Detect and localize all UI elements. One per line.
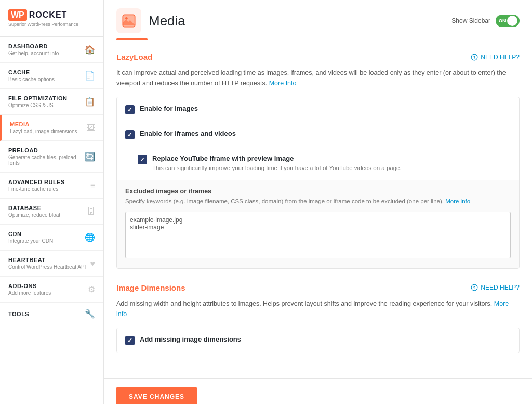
option-add-dimensions: ✓ Add missing image dimensions — [117, 328, 519, 353]
save-bar: SAVE CHANGES — [104, 378, 532, 405]
image-dimensions-header: Image Dimensions ? NEED HELP? — [116, 283, 520, 292]
nav-icon-preload: 🔄 — [85, 152, 95, 162]
excluded-title: Excluded images or iframes — [125, 188, 511, 195]
nav-label-media: MEDIA — [10, 121, 87, 127]
nav-desc-cache: Basic cache options — [8, 76, 85, 82]
sidebar-toggle[interactable]: ON — [496, 15, 520, 27]
nav-icon-add-ons: ⚙ — [88, 284, 95, 294]
lazyload-section-title: LazyLoad — [116, 53, 152, 61]
sidebar-item-file-optimization[interactable]: FILE OPTIMIZATION Optimize CSS & JS 📋 — [0, 89, 103, 115]
nav-desc-advanced-rules: Fine-tune cache rules — [8, 186, 90, 192]
image-dimensions-title: Image Dimensions — [116, 283, 185, 292]
checkbox-add-dimensions[interactable]: ✓ — [125, 336, 135, 345]
main-content: Media Show Sidebar ON LazyLoad — [104, 0, 532, 404]
sidebar-item-preload[interactable]: PRELOAD Generate cache files, preload fo… — [0, 141, 103, 173]
toggle-on-label: ON — [499, 18, 506, 23]
image-dimensions-need-help-label: NEED HELP? — [481, 284, 520, 291]
nav-desc-cdn: Integrate your CDN — [8, 238, 85, 244]
nav-label-add-ons: ADD-ONS — [8, 283, 88, 289]
checkmark: ✓ — [127, 106, 132, 113]
svg-text:?: ? — [473, 55, 476, 59]
nav-icon-heartbeat: ♥ — [90, 259, 96, 268]
save-changes-button[interactable]: SAVE CHANGES — [116, 387, 197, 405]
option-enable-iframes: ✓ Enable for iframes and videos — [117, 122, 519, 147]
nav-desc-preload: Generate cache files, preload fonts — [8, 154, 85, 166]
checkbox-enable-images[interactable]: ✓ — [125, 105, 135, 114]
nav-desc-add-ons: Add more features — [8, 290, 88, 296]
nav-icon-database: 🗄 — [87, 207, 95, 216]
nav-label-dashboard: DASHBOARD — [8, 43, 85, 49]
excluded-textarea[interactable]: example-image.jpg slider-image — [125, 212, 511, 258]
option-enable-images-text: Enable for images — [140, 105, 511, 112]
nav-label-advanced-rules: ADVANCED RULES — [8, 179, 90, 185]
nav-icon-file-optimization: 📋 — [85, 97, 95, 107]
option-enable-iframes-label: Enable for iframes and videos — [140, 129, 511, 137]
lazyload-options-box: ✓ Enable for images ✓ Enable for iframes… — [116, 97, 520, 269]
content-area: LazyLoad ? NEED HELP? It can improve act… — [104, 40, 532, 378]
nav-label-tools: TOOLS — [8, 311, 85, 317]
lazyload-section: LazyLoad ? NEED HELP? It can improve act… — [116, 53, 520, 269]
option-enable-images-label: Enable for images — [140, 105, 511, 112]
sidebar-item-heartbeat[interactable]: HEARTBEAT Control WordPress Heartbeat AP… — [0, 251, 103, 277]
nav-desc-database: Optimize, reduce bloat — [8, 212, 87, 218]
sidebar-logo: WP ROCKET Superior WordPress Performance — [0, 0, 103, 37]
option-youtube-sublabel: This can significantly improve your load… — [152, 164, 511, 173]
page-icon-wrap — [116, 8, 141, 33]
help-icon: ? — [471, 54, 478, 61]
logo-rocket: ROCKET — [29, 10, 68, 20]
image-dimensions-desc: Add missing width and height attributes … — [116, 298, 520, 319]
nav-label-cdn: CDN — [8, 231, 85, 237]
image-dimensions-need-help[interactable]: ? NEED HELP? — [471, 284, 520, 291]
excluded-desc: Specify keywords (e.g. image filename, C… — [125, 197, 511, 206]
header-right: Show Sidebar ON — [451, 15, 520, 27]
option-add-dimensions-label: Add missing image dimensions — [140, 335, 511, 343]
nav-icon-cdn: 🌐 — [85, 232, 95, 242]
lazyload-desc: It can improve actual and perceived load… — [116, 68, 520, 88]
toggle-thumb — [507, 16, 517, 26]
nav-desc-dashboard: Get help, account info — [8, 50, 85, 56]
sidebar-item-media[interactable]: MEDIA LazyLoad, image dimensions 🖼 — [0, 115, 103, 141]
nav-desc-media: LazyLoad, image dimensions — [10, 128, 87, 134]
nav-label-preload: PRELOAD — [8, 147, 85, 153]
main-inner: Media Show Sidebar ON LazyLoad — [104, 0, 532, 404]
sidebar: WP ROCKET Superior WordPress Performance… — [0, 0, 104, 404]
excluded-more-info[interactable]: More info — [445, 198, 470, 204]
show-sidebar-label: Show Sidebar — [451, 17, 490, 24]
sidebar-item-tools[interactable]: TOOLS 🔧 — [0, 303, 103, 325]
lazyload-section-header: LazyLoad ? NEED HELP? — [116, 53, 520, 61]
help-icon-2: ? — [471, 284, 478, 291]
nav-icon-advanced-rules: ≡ — [90, 181, 95, 190]
nav-label-cache: CACHE — [8, 69, 85, 75]
sidebar-item-add-ons[interactable]: ADD-ONS Add more features ⚙ — [0, 277, 103, 303]
svg-point-1 — [125, 17, 128, 20]
page-header: Media Show Sidebar ON — [104, 0, 532, 33]
checkbox-youtube-preview[interactable]: ✓ — [138, 155, 147, 164]
image-dimensions-options-box: ✓ Add missing image dimensions — [116, 328, 520, 353]
sidebar-item-cdn[interactable]: CDN Integrate your CDN 🌐 — [0, 225, 103, 251]
nav-icon-tools: 🔧 — [85, 309, 95, 319]
lazyload-more-info[interactable]: More Info — [269, 80, 297, 87]
logo-sub: Superior WordPress Performance — [8, 22, 95, 27]
nav-label-heartbeat: HEARTBEAT — [8, 257, 90, 263]
nav-icon-media: 🖼 — [87, 123, 95, 133]
option-youtube-preview: ✓ Replace YouTube iframe with preview im… — [117, 147, 519, 180]
nav-desc-file-optimization: Optimize CSS & JS — [8, 102, 85, 108]
excluded-section: Excluded images or iframes Specify keywo… — [117, 180, 519, 268]
option-youtube-label: Replace YouTube iframe with preview imag… — [152, 154, 511, 162]
lazyload-need-help[interactable]: ? NEED HELP? — [471, 54, 520, 61]
option-enable-images: ✓ Enable for images — [117, 97, 519, 122]
nav-icon-dashboard: 🏠 — [85, 45, 95, 55]
sidebar-item-advanced-rules[interactable]: ADVANCED RULES Fine-tune cache rules ≡ — [0, 173, 103, 199]
nav-icon-cache: 📄 — [85, 71, 95, 81]
logo-wp: WP — [8, 9, 27, 21]
page-title-area: Media — [116, 8, 185, 33]
checkbox-enable-iframes[interactable]: ✓ — [125, 130, 135, 139]
nav-label-database: DATABASE — [8, 205, 87, 211]
page-title: Media — [149, 13, 185, 29]
sidebar-item-dashboard[interactable]: DASHBOARD Get help, account info 🏠 — [0, 37, 103, 63]
sidebar-item-cache[interactable]: CACHE Basic cache options 📄 — [0, 63, 103, 89]
sidebar-nav: DASHBOARD Get help, account info 🏠 CACHE… — [0, 37, 103, 325]
lazyload-need-help-label: NEED HELP? — [481, 54, 520, 61]
sidebar-item-database[interactable]: DATABASE Optimize, reduce bloat 🗄 — [0, 199, 103, 225]
nav-label-file-optimization: FILE OPTIMIZATION — [8, 95, 85, 101]
